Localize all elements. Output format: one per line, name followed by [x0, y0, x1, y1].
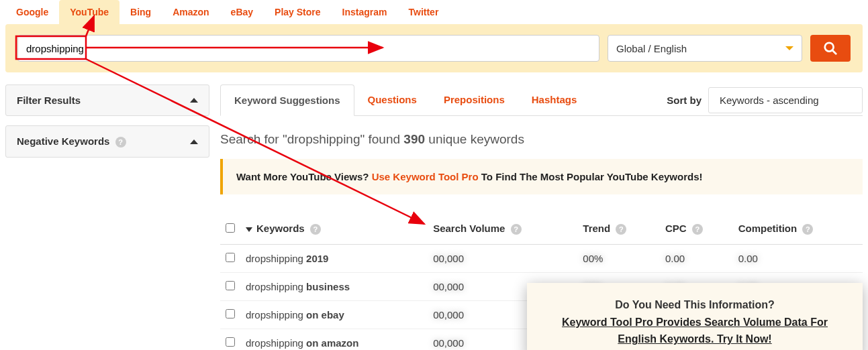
chevron-up-icon: [190, 139, 198, 144]
platform-tabs: Google YouTube Bing Amazon eBay Play Sto…: [5, 0, 868, 24]
keyword-cell: dropshipping on amazon: [240, 329, 428, 351]
result-subtabs: Keyword Suggestions Questions Prepositio…: [220, 84, 590, 115]
tab-google[interactable]: Google: [5, 0, 59, 24]
promo-link[interactable]: Use Keyword Tool Pro: [372, 171, 479, 182]
locale-select[interactable]: Global / English: [608, 35, 802, 62]
trend-cell: 00%: [577, 245, 660, 273]
upsell-popup: Do You Need This Information? Keyword To…: [527, 283, 863, 350]
keyword-cell: dropshipping on ebay: [240, 301, 428, 329]
row-checkbox[interactable]: [226, 337, 235, 347]
help-icon: ?: [310, 224, 321, 235]
keyword-cell: dropshipping business: [240, 273, 428, 301]
subtab-suggestions[interactable]: Keyword Suggestions: [220, 84, 354, 116]
select-all-checkbox[interactable]: [226, 223, 235, 233]
main-content: Keyword Suggestions Questions Prepositio…: [215, 84, 868, 350]
tab-ebay[interactable]: eBay: [220, 0, 264, 24]
subtab-prepositions[interactable]: Prepositions: [430, 84, 518, 115]
col-trend[interactable]: Trend ?: [577, 213, 660, 245]
filter-results-label: Filter Results: [17, 95, 81, 106]
chevron-up-icon: [190, 98, 198, 103]
sort-desc-icon: [246, 227, 252, 232]
filter-results-toggle[interactable]: Filter Results: [6, 85, 209, 115]
keyword-cell: dropshipping 2019: [240, 245, 428, 273]
col-cpc[interactable]: CPC ?: [660, 213, 733, 245]
search-bar: Global / English: [5, 24, 863, 72]
negative-keywords-label: Negative Keywords: [17, 135, 109, 147]
cpc-cell: 0.00: [660, 245, 733, 273]
tab-playstore[interactable]: Play Store: [264, 0, 331, 24]
promo-banner: Want More YouTube Views? Use Keyword Too…: [220, 159, 863, 194]
tab-bing[interactable]: Bing: [119, 0, 162, 24]
sort-label: Sort by: [667, 95, 702, 106]
filter-results-panel: Filter Results: [5, 84, 209, 116]
help-icon: ?: [692, 224, 703, 235]
help-icon: ?: [511, 224, 522, 235]
sidebar: Filter Results Negative Keywords ?: [0, 84, 215, 350]
keyword-input[interactable]: [17, 35, 599, 62]
popup-cta[interactable]: . Try It Now!: [711, 333, 772, 345]
competition-cell: 0.00: [733, 245, 863, 273]
help-icon: ?: [802, 224, 813, 235]
subtab-hashtags[interactable]: Hashtags: [518, 84, 591, 115]
svg-line-1: [832, 50, 836, 54]
popup-heading: Do You Need This Information?: [543, 296, 847, 314]
help-icon: ?: [616, 224, 626, 235]
table-row: dropshipping 2019 00,000 00% 0.00 0.00: [220, 245, 863, 273]
col-volume[interactable]: Search Volume ?: [428, 213, 577, 245]
tab-instagram[interactable]: Instagram: [332, 0, 398, 24]
negative-keywords-toggle[interactable]: Negative Keywords ?: [6, 126, 209, 157]
col-keywords[interactable]: Keywords ?: [240, 213, 428, 245]
search-button[interactable]: [810, 35, 851, 62]
row-checkbox[interactable]: [226, 253, 235, 262]
row-checkbox[interactable]: [226, 281, 235, 290]
tab-amazon[interactable]: Amazon: [162, 0, 220, 24]
subtab-questions[interactable]: Questions: [354, 84, 430, 115]
col-competition[interactable]: Competition ?: [733, 213, 863, 245]
caret-down-icon: [785, 46, 793, 50]
row-checkbox[interactable]: [226, 309, 235, 318]
tab-twitter[interactable]: Twitter: [397, 0, 449, 24]
results-heading: Search for "dropshipping" found 390 uniq…: [220, 132, 863, 147]
sort-select[interactable]: Keywords - ascending: [708, 87, 863, 113]
tab-youtube[interactable]: YouTube: [59, 0, 119, 24]
help-icon: ?: [115, 137, 126, 148]
popup-link[interactable]: Keyword Tool Pro Provides Search Volume …: [562, 316, 828, 345]
locale-value: Global / English: [616, 43, 687, 54]
negative-keywords-panel: Negative Keywords ?: [5, 125, 209, 158]
search-icon: [823, 41, 838, 56]
volume-cell: 00,000: [428, 245, 577, 273]
